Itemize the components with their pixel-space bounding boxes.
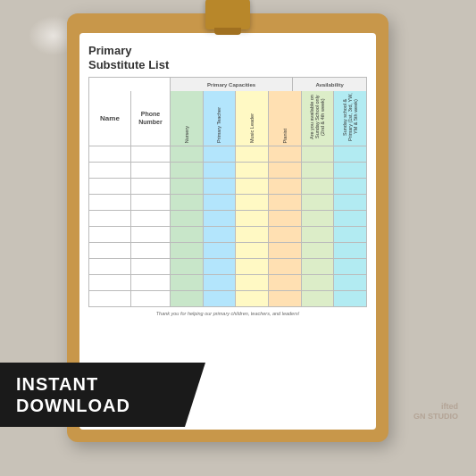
data-cell xyxy=(334,275,367,291)
table-row xyxy=(88,146,367,163)
data-cell xyxy=(269,227,302,243)
data-cell xyxy=(334,179,367,195)
data-cell xyxy=(334,291,367,307)
phone-cell xyxy=(131,275,171,291)
phone-cell xyxy=(131,291,171,307)
col-header-nursery: Nursery xyxy=(171,91,204,146)
footer-text: Thank you for helping our primary childr… xyxy=(88,311,367,316)
data-cell xyxy=(171,275,204,291)
title-line1: Primary xyxy=(88,44,131,57)
data-cell xyxy=(334,195,367,211)
name-cell xyxy=(88,163,131,179)
data-cell xyxy=(236,259,269,275)
data-cell xyxy=(269,163,302,179)
data-cell xyxy=(302,227,335,243)
data-cell xyxy=(204,163,237,179)
name-phone-header xyxy=(88,77,171,91)
data-cell xyxy=(171,146,204,163)
data-cell xyxy=(302,275,335,291)
data-cell xyxy=(171,163,204,179)
capacities-label: Primary Capacities xyxy=(171,77,293,91)
data-cell xyxy=(236,195,269,211)
data-cell xyxy=(334,227,367,243)
col-header-avail1: Are you available on Sunday School only … xyxy=(302,91,335,146)
data-cell xyxy=(204,211,237,227)
phone-cell xyxy=(131,195,171,211)
data-cell xyxy=(269,146,302,163)
name-cell xyxy=(88,291,131,307)
clipboard-clip xyxy=(205,0,250,29)
instant-download-banner: INSTANT DOWNLOAD xyxy=(0,363,205,427)
data-cell xyxy=(302,243,335,259)
data-cell xyxy=(334,259,367,275)
col-header-avail2: Sunday school & Primary (1st, 3rd, YW, Y… xyxy=(334,91,367,146)
data-cell xyxy=(302,146,335,163)
name-cell xyxy=(88,243,131,259)
name-col-header: Name xyxy=(88,91,131,146)
data-cell xyxy=(236,275,269,291)
data-cell xyxy=(171,291,204,307)
title-line2: Substitute List xyxy=(88,58,169,71)
data-cell xyxy=(269,259,302,275)
table-row xyxy=(88,275,367,291)
data-cell xyxy=(204,227,237,243)
name-cell xyxy=(88,259,131,275)
data-cell xyxy=(302,179,335,195)
data-cell xyxy=(171,259,204,275)
data-cell xyxy=(204,179,237,195)
data-cell xyxy=(334,163,367,179)
data-cell xyxy=(302,211,335,227)
table-row xyxy=(88,195,367,211)
data-cell xyxy=(171,243,204,259)
data-cell xyxy=(204,291,237,307)
phone-cell xyxy=(131,211,171,227)
banner-line2: DOWNLOAD xyxy=(16,395,189,416)
name-cell xyxy=(88,195,131,211)
data-cell xyxy=(269,243,302,259)
name-cell xyxy=(88,227,131,243)
data-cell xyxy=(236,163,269,179)
data-cell xyxy=(302,195,335,211)
banner-line1: INSTANT xyxy=(16,373,189,395)
table-row xyxy=(88,291,367,307)
data-cell xyxy=(236,243,269,259)
data-cell xyxy=(204,195,237,211)
data-cell xyxy=(269,179,302,195)
table-row xyxy=(88,211,367,227)
data-cell xyxy=(236,179,269,195)
data-cell xyxy=(334,211,367,227)
data-cell xyxy=(171,179,204,195)
data-cell xyxy=(204,275,237,291)
phone-cell xyxy=(131,259,171,275)
data-cell xyxy=(171,227,204,243)
data-cell xyxy=(334,243,367,259)
phone-cell xyxy=(131,163,171,179)
data-cell xyxy=(236,211,269,227)
name-cell xyxy=(88,275,131,291)
data-cell xyxy=(302,291,335,307)
data-cell xyxy=(171,211,204,227)
data-cell xyxy=(302,259,335,275)
data-cell xyxy=(302,163,335,179)
data-cell xyxy=(269,211,302,227)
availability-label: Availability xyxy=(293,77,367,91)
data-cell xyxy=(236,227,269,243)
data-cell xyxy=(269,291,302,307)
col-header-pianist: Pianist xyxy=(269,91,302,146)
watermark: ifted GN STUDIO xyxy=(413,402,458,422)
col-header-music-leader: Music Leader xyxy=(236,91,269,146)
phone-cell xyxy=(131,243,171,259)
data-cell xyxy=(334,146,367,163)
data-cell xyxy=(269,195,302,211)
data-cell xyxy=(204,146,237,163)
data-cell xyxy=(269,275,302,291)
phone-cell xyxy=(131,179,171,195)
table-row xyxy=(88,243,367,259)
data-rows xyxy=(88,146,367,307)
table-row xyxy=(88,179,367,195)
data-cell xyxy=(204,243,237,259)
table-row xyxy=(88,259,367,275)
table-row xyxy=(88,227,367,243)
table-row xyxy=(88,163,367,179)
data-cell xyxy=(236,146,269,163)
